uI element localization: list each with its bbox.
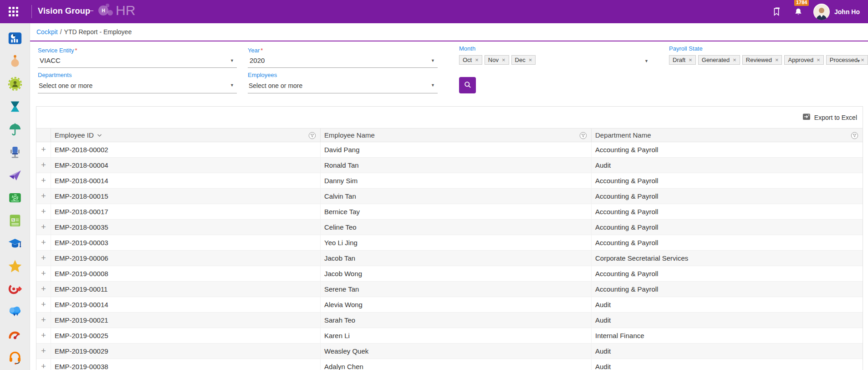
row-expand-button[interactable]: + bbox=[36, 204, 51, 219]
export-to-excel-button[interactable]: x Export to Excel bbox=[802, 113, 857, 122]
chevron-down-icon[interactable]: ▼ bbox=[644, 59, 648, 63]
sidebar-item-cloud[interactable] bbox=[0, 301, 30, 324]
table-row[interactable]: + EMP-2019-00025 Karen Li Internal Finan… bbox=[36, 328, 863, 344]
row-expand-button[interactable]: + bbox=[36, 158, 51, 173]
sidebar-item-payroll[interactable]: $ bbox=[0, 210, 30, 233]
row-expand-button[interactable]: + bbox=[36, 313, 51, 328]
service-entity-select[interactable]: VIACC ▼ bbox=[38, 54, 237, 68]
table-row[interactable]: + EMP-2019-00011 Serene Tan Accounting &… bbox=[36, 282, 863, 297]
row-expand-button[interactable]: + bbox=[36, 297, 51, 312]
row-expand-button[interactable]: + bbox=[36, 266, 51, 281]
filter-chip-label: Processed bbox=[830, 57, 858, 63]
chevron-down-icon[interactable]: ▼ bbox=[857, 59, 861, 63]
filter-funnel-icon[interactable] bbox=[851, 132, 858, 139]
filter-chip-label: Oct bbox=[463, 57, 472, 63]
table-row[interactable]: + EMP-2019-00021 Sarah Teo Audit bbox=[36, 313, 863, 328]
filter-chip[interactable]: Reviewed × bbox=[742, 55, 782, 65]
table-row[interactable]: + EMP-2018-00017 Bernice Tay Accounting … bbox=[36, 204, 863, 220]
payroll-state-chip-list: Draft × Generated × Reviewed × Approved … bbox=[669, 55, 861, 65]
cell-employee-id: EMP-2019-00021 bbox=[51, 313, 320, 328]
bookmark-icon[interactable] bbox=[769, 4, 784, 20]
sidebar-item-leave[interactable] bbox=[0, 119, 30, 142]
notifications-bell-icon[interactable]: 1784 bbox=[791, 4, 806, 20]
filter-funnel-icon[interactable] bbox=[308, 132, 316, 139]
headset-icon bbox=[7, 349, 23, 367]
row-expand-button[interactable]: + bbox=[36, 220, 51, 235]
breadcrumb-link-cockpit[interactable]: Cockpit bbox=[36, 28, 58, 36]
year-select[interactable]: 2020 ▼ bbox=[248, 54, 438, 68]
user-avatar[interactable] bbox=[813, 4, 830, 20]
sidebar-item-workspace[interactable] bbox=[0, 142, 30, 164]
table-row[interactable]: + EMP-2019-00008 Jacob Wong Accounting &… bbox=[36, 266, 863, 282]
column-header-department-name[interactable]: Department Name bbox=[591, 128, 863, 142]
row-expand-button[interactable]: + bbox=[36, 173, 51, 188]
employees-multiselect[interactable]: Select one or more ▼ bbox=[248, 79, 438, 93]
chip-remove-icon[interactable]: × bbox=[817, 57, 820, 63]
filter-chip[interactable]: Dec × bbox=[511, 55, 536, 65]
required-marker: * bbox=[260, 47, 263, 54]
sidebar-item-requests[interactable] bbox=[0, 164, 30, 187]
table-row[interactable]: + EMP-2019-00029 Weasley Quek Audit bbox=[36, 344, 863, 359]
app-launcher-icon[interactable] bbox=[9, 7, 18, 16]
sidebar-item-time[interactable] bbox=[0, 96, 30, 119]
table-row[interactable]: + EMP-2018-00035 Celine Teo Accounting &… bbox=[36, 220, 863, 235]
chevron-down-icon[interactable]: ▼ bbox=[431, 83, 435, 87]
chip-remove-icon[interactable]: × bbox=[861, 57, 864, 63]
sidebar-item-exit[interactable] bbox=[0, 278, 30, 301]
departments-multiselect[interactable]: Select one or more ▼ bbox=[38, 79, 237, 93]
chevron-down-icon[interactable]: ▼ bbox=[230, 58, 234, 63]
filter-chip-label: Dec bbox=[515, 57, 526, 63]
chevron-down-icon[interactable]: ▼ bbox=[230, 83, 234, 87]
row-expand-button[interactable]: + bbox=[36, 359, 51, 370]
search-button[interactable] bbox=[459, 77, 476, 93]
row-expand-button[interactable]: + bbox=[36, 189, 51, 204]
table-row[interactable]: + EMP-2018-00004 Ronald Tan Audit bbox=[36, 158, 863, 173]
filter-funnel-icon[interactable] bbox=[579, 132, 587, 139]
table-row[interactable]: + EMP-2018-00014 Danny Sim Accounting & … bbox=[36, 173, 863, 189]
cell-employee-id: EMP-2018-00035 bbox=[51, 220, 320, 235]
row-expand-button[interactable]: + bbox=[36, 235, 51, 250]
table-row[interactable]: + EMP-2019-00038 Adalyn Chen Audit bbox=[36, 359, 863, 370]
filter-chip[interactable]: Approved × bbox=[784, 55, 823, 65]
filter-chip-label: Reviewed bbox=[746, 57, 772, 63]
table-row[interactable]: + EMP-2019-00014 Alevia Wong Audit bbox=[36, 297, 863, 313]
filter-chip[interactable]: Nov × bbox=[485, 55, 509, 65]
table-row[interactable]: + EMP-2018-00002 David Pang Accounting &… bbox=[36, 142, 863, 158]
sidebar-item-support[interactable] bbox=[0, 347, 30, 370]
cell-employee-name: David Pang bbox=[320, 142, 591, 157]
filter-chip[interactable]: Processed × bbox=[826, 55, 868, 65]
row-expand-button[interactable]: + bbox=[36, 344, 51, 359]
table-row[interactable]: + EMP-2018-00015 Calvin Tan Accounting &… bbox=[36, 189, 863, 204]
row-expand-button[interactable]: + bbox=[36, 142, 51, 157]
sort-descending-icon[interactable] bbox=[97, 134, 102, 137]
sidebar-item-appraisal[interactable] bbox=[0, 256, 30, 278]
topbar-divider bbox=[31, 5, 32, 18]
sidebar-item-cockpit[interactable] bbox=[0, 28, 30, 51]
chip-remove-icon[interactable]: × bbox=[529, 57, 532, 63]
filter-panel: Service Entity* VIACC ▼ Year* 2020 ▼ Mon… bbox=[30, 42, 868, 106]
sidebar-item-selection[interactable] bbox=[0, 51, 30, 73]
sidebar-item-attendance[interactable] bbox=[0, 187, 30, 210]
chip-remove-icon[interactable]: × bbox=[502, 57, 505, 63]
chip-remove-icon[interactable]: × bbox=[689, 57, 692, 63]
sidebar-item-hr-settings[interactable] bbox=[0, 73, 30, 96]
chevron-down-icon[interactable]: ▼ bbox=[431, 58, 435, 63]
filter-chip[interactable]: Generated × bbox=[698, 55, 740, 65]
chip-remove-icon[interactable]: × bbox=[775, 57, 779, 63]
chip-remove-icon[interactable]: × bbox=[475, 57, 479, 63]
row-expand-button[interactable]: + bbox=[36, 282, 51, 297]
row-expand-button[interactable]: + bbox=[36, 328, 51, 343]
column-header-employee-name[interactable]: Employee Name bbox=[320, 128, 591, 142]
filter-chip[interactable]: Draft × bbox=[669, 55, 696, 65]
company-app-separator: – bbox=[89, 6, 93, 15]
sidebar-item-performance[interactable] bbox=[0, 324, 30, 347]
table-row[interactable]: + EMP-2019-00006 Jacob Tan Corporate Sec… bbox=[36, 251, 863, 266]
cell-employee-id: EMP-2019-00003 bbox=[51, 235, 320, 250]
table-row[interactable]: + EMP-2019-00003 Yeo Li Jing Accounting … bbox=[36, 235, 863, 251]
filter-chip[interactable]: Oct × bbox=[459, 55, 482, 65]
cloud-sync-icon bbox=[7, 304, 23, 321]
column-header-employee-id[interactable]: Employee ID bbox=[51, 128, 320, 142]
sidebar-item-training[interactable] bbox=[0, 233, 30, 256]
row-expand-button[interactable]: + bbox=[36, 251, 51, 266]
chip-remove-icon[interactable]: × bbox=[733, 57, 736, 63]
